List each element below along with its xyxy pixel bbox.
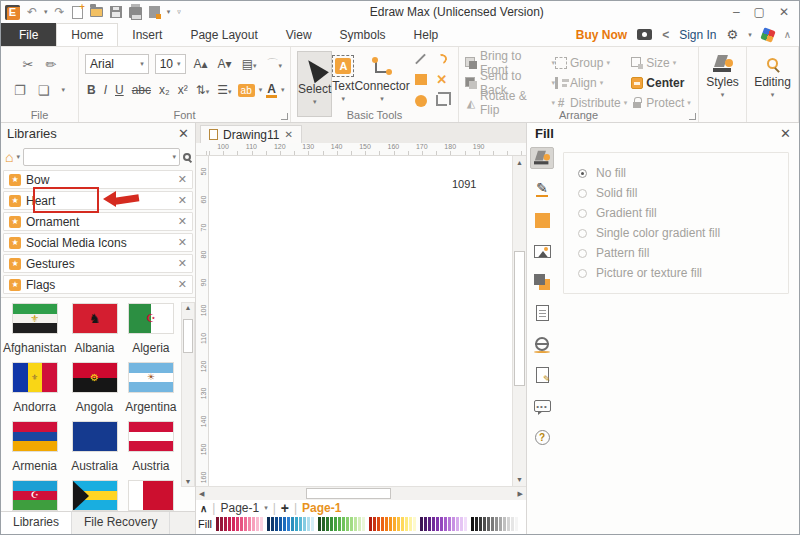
palette-swatch[interactable] (381, 517, 384, 531)
tab-file[interactable]: File (1, 23, 56, 46)
add-page-button[interactable]: + (281, 501, 289, 515)
palette-swatch[interactable] (311, 517, 314, 531)
palette-swatch[interactable] (393, 517, 396, 531)
font-size-select[interactable]: 10▾ (155, 54, 186, 74)
palette-swatch[interactable] (307, 517, 310, 531)
export-icon[interactable] (149, 6, 160, 18)
dropdown-caret[interactable]: ▾ (624, 99, 628, 107)
palette-swatch[interactable] (405, 517, 408, 531)
distribute-button[interactable]: #Distribute▾ (555, 96, 631, 110)
dropdown-caret[interactable]: ▾ (600, 79, 604, 87)
hyperlink-globe-icon[interactable] (530, 333, 554, 355)
fill-option-single-color-gradient-fill[interactable]: Single color gradient fill (578, 223, 788, 243)
fill-option-gradient-fill[interactable]: Gradient fill (578, 203, 788, 223)
library-item-close-icon[interactable]: ✕ (178, 257, 187, 270)
dropdown-caret[interactable]: ▾ (687, 99, 691, 107)
pages-collapse-icon[interactable]: ∧ (200, 503, 207, 514)
library-item-social-media-icons[interactable]: ★Social Media Icons✕ (3, 233, 193, 252)
palette-swatch[interactable] (479, 517, 482, 531)
palette-swatch[interactable] (471, 517, 474, 531)
settings-dropdown-caret[interactable]: ▾ (748, 31, 752, 39)
format-painter-icon[interactable]: ✏ (46, 58, 57, 71)
flag-shape-partial[interactable] (123, 481, 179, 511)
palette-swatch[interactable] (354, 517, 357, 531)
page-tab-dropdown-caret[interactable]: ▾ (264, 504, 268, 512)
bold-button[interactable]: B (85, 83, 98, 97)
palette-swatch[interactable] (452, 517, 455, 531)
save-icon[interactable] (110, 6, 122, 18)
flag-shape-algeria[interactable]: ☪Algeria (123, 304, 179, 355)
palette-swatch[interactable] (511, 517, 514, 531)
fill-option-picture-or-texture-fill[interactable]: Picture or texture fill (578, 263, 788, 283)
search-icon[interactable] (183, 153, 191, 161)
underline-button[interactable]: U (113, 83, 126, 97)
library-item-close-icon[interactable]: ✕ (178, 173, 187, 186)
palette-swatch[interactable] (464, 517, 467, 531)
editing-button[interactable]: Editing ▾ (753, 51, 792, 117)
flag-shape-argentina[interactable]: ☀Argentina (123, 363, 179, 414)
library-scrollbar[interactable]: ▲ ▼ (181, 302, 195, 487)
palette-swatch[interactable] (440, 517, 443, 531)
palette-swatch[interactable] (346, 517, 349, 531)
library-item-close-icon[interactable]: ✕ (178, 278, 187, 291)
export-dropdown-caret[interactable]: ▾ (167, 8, 171, 16)
font-name-select[interactable]: Arial▾ (85, 54, 149, 74)
tab-help[interactable]: Help (400, 23, 453, 46)
flag-shape-albania[interactable]: ♞Albania (66, 304, 122, 355)
palette-swatch[interactable] (503, 517, 506, 531)
italic-button[interactable]: I (102, 83, 109, 97)
palette-swatch[interactable] (295, 517, 298, 531)
library-item-close-icon[interactable]: ✕ (178, 194, 187, 207)
page-setup-icon[interactable] (530, 302, 554, 324)
flag-shape-partial[interactable] (66, 481, 122, 511)
select-tool-button[interactable]: Select ▾ (297, 51, 332, 117)
tab-home[interactable]: Home (56, 23, 118, 46)
palette-swatch[interactable] (499, 517, 502, 531)
collapse-ribbon-icon[interactable]: ∧ (784, 29, 791, 40)
library-item-flags[interactable]: ★Flags✕ (3, 275, 193, 294)
palette-swatch[interactable] (491, 517, 494, 531)
tab-view[interactable]: View (272, 23, 326, 46)
palette-swatch[interactable] (271, 517, 274, 531)
flag-shape-afghanistan[interactable]: ⚜Afghanistan (3, 304, 66, 355)
palette-swatch[interactable] (338, 517, 341, 531)
new-document-icon[interactable] (72, 6, 83, 19)
palette-swatch[interactable] (389, 517, 392, 531)
note-icon[interactable] (530, 364, 554, 386)
palette-swatch[interactable] (460, 517, 463, 531)
palette-swatch[interactable] (342, 517, 345, 531)
palette-swatch[interactable] (432, 517, 435, 531)
palette-swatch[interactable] (409, 517, 412, 531)
font-color-icon[interactable]: A (266, 83, 277, 98)
license-pinwheel-icon[interactable] (760, 27, 775, 42)
line-spacing-icon[interactable]: ⇅▾ (194, 83, 212, 97)
palette-swatch[interactable] (291, 517, 294, 531)
superscript-button[interactable]: x² (176, 83, 190, 97)
panel-tab-file-recovery[interactable]: File Recovery (72, 512, 170, 534)
radio-unselected[interactable] (578, 229, 587, 238)
size-button[interactable]: Size▾ (631, 56, 692, 70)
connector-tool-button[interactable]: Connector ▾ (354, 51, 409, 117)
increase-font-icon[interactable]: A▴ (192, 57, 210, 71)
sign-in-link[interactable]: Sign In (679, 28, 716, 42)
strikethrough-button[interactable]: abc (130, 83, 153, 97)
library-item-ornament[interactable]: ★Ornament✕ (3, 212, 193, 231)
tab-page-layout[interactable]: Page Layout (176, 23, 271, 46)
canvas-hscroll-thumb[interactable] (306, 488, 391, 499)
line-style-icon[interactable]: ✎ (530, 178, 554, 200)
panel-tab-libraries[interactable]: Libraries (1, 511, 72, 534)
library-search-input[interactable]: ▾ (23, 148, 180, 166)
palette-swatch[interactable] (350, 517, 353, 531)
palette-swatch[interactable] (397, 517, 400, 531)
redo-icon[interactable]: ↷ (55, 6, 65, 18)
cut-icon[interactable]: ✂ (23, 58, 34, 71)
copy-icon[interactable]: ❐ (14, 84, 26, 97)
home-icon[interactable]: ⌂ (5, 150, 13, 164)
library-item-close-icon[interactable]: ✕ (178, 215, 187, 228)
flag-shape-andorra[interactable]: ⚜Andorra (3, 363, 66, 414)
palette-swatch[interactable] (248, 517, 251, 531)
palette-swatch[interactable] (385, 517, 388, 531)
canvas-scroll-up-icon[interactable]: ▲ (516, 159, 523, 166)
palette-swatch[interactable] (256, 517, 259, 531)
palette-swatch[interactable] (260, 517, 263, 531)
